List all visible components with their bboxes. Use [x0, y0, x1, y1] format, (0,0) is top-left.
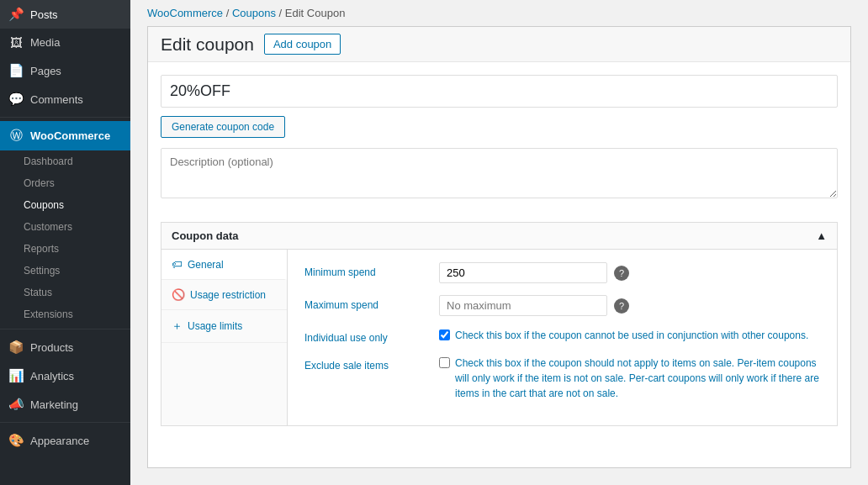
coupon-data-title: Coupon data [172, 229, 238, 242]
collapse-icon: ▲ [816, 229, 827, 242]
minimum-spend-label: Minimum spend [304, 262, 439, 278]
sidebar-item-label: Marketing [30, 398, 78, 411]
sidebar-item-analytics[interactable]: 📊 Analytics [0, 361, 130, 390]
sidebar-sub-label: Extensions [24, 308, 73, 320]
coupon-content: Minimum spend ? Maximum spend ? [288, 250, 837, 425]
breadcrumb-woocommerce[interactable]: WooCommerce [147, 7, 223, 19]
media-icon: 🖼 [8, 35, 24, 50]
tab-usage-restriction-label: Usage restriction [190, 289, 266, 301]
marketing-icon: 📣 [8, 397, 24, 412]
sidebar-item-label: Products [30, 341, 73, 354]
maximum-spend-value: ? [439, 295, 820, 316]
sidebar-sub-coupons[interactable]: Coupons [0, 194, 130, 216]
main-content: WooCommerce / Coupons / Edit Coupon Edit… [130, 0, 868, 485]
pages-icon: 📄 [8, 63, 24, 78]
tab-usage-limits[interactable]: ＋ Usage limits [161, 310, 287, 343]
sidebar-sub-extensions[interactable]: Extensions [0, 303, 130, 325]
sidebar-sub-reports[interactable]: Reports [0, 238, 130, 260]
content-area: Edit coupon Add coupon Generate coupon c… [147, 26, 851, 468]
maximum-spend-row: Maximum spend ? [304, 295, 820, 316]
individual-use-description: Check this box if the coupon cannot be u… [455, 328, 808, 343]
exclude-sale-description: Check this box if the coupon should not … [455, 356, 820, 401]
exclude-sale-checkbox-row: Check this box if the coupon should not … [439, 356, 820, 401]
coupon-code-input[interactable] [161, 75, 838, 108]
sidebar-sub-label: Status [24, 287, 52, 298]
sidebar-item-woocommerce[interactable]: Ⓦ WooCommerce [0, 121, 130, 150]
minimum-spend-value: ? [439, 262, 820, 283]
sidebar-item-label: Media [30, 36, 60, 49]
sidebar-item-comments[interactable]: 💬 Comments [0, 85, 130, 113]
page-title: Edit coupon [161, 34, 254, 55]
tab-usage-restriction[interactable]: 🚫 Usage restriction [161, 280, 287, 310]
comments-icon: 💬 [8, 92, 24, 107]
sidebar-item-marketing[interactable]: 📣 Marketing [0, 390, 130, 419]
woocommerce-icon: Ⓦ [8, 128, 24, 144]
tag-icon: 🏷 [172, 258, 183, 271]
exclude-sale-checkbox[interactable] [439, 357, 450, 368]
sidebar-item-pages[interactable]: 📄 Pages [0, 56, 130, 85]
sidebar-sub-settings[interactable]: Settings [0, 260, 130, 282]
sidebar-item-label: Analytics [30, 370, 74, 382]
coupon-data-panel: Coupon data ▲ 🏷 General 🚫 Usage restrict… [161, 222, 838, 426]
sidebar-sub-status[interactable]: Status [0, 282, 130, 303]
sidebar-sub-label: Coupons [24, 199, 64, 211]
sidebar-item-appearance[interactable]: 🎨 Appearance [0, 426, 130, 455]
breadcrumb-current: Edit Coupon [285, 7, 346, 19]
exclude-sale-value: Check this box if the coupon should not … [439, 356, 820, 401]
individual-use-label: Individual use only [304, 328, 439, 344]
maximum-spend-help-icon[interactable]: ? [614, 298, 629, 314]
sidebar-sub-orders[interactable]: Orders [0, 172, 130, 194]
sidebar-sub-label: Dashboard [24, 156, 73, 167]
sidebar-sub-label: Customers [24, 221, 72, 233]
sidebar-item-label: Pages [30, 65, 61, 77]
appearance-icon: 🎨 [8, 433, 24, 448]
tab-general[interactable]: 🏷 General [161, 250, 287, 280]
sidebar-sub-customers[interactable]: Customers [0, 216, 130, 238]
products-icon: 📦 [8, 340, 24, 355]
individual-use-checkbox-row: Check this box if the coupon cannot be u… [439, 328, 808, 343]
sidebar-item-label: Appearance [30, 435, 89, 447]
sidebar-item-media[interactable]: 🖼 Media [0, 29, 130, 56]
maximum-spend-input[interactable] [439, 295, 607, 316]
limits-icon: ＋ [172, 319, 183, 334]
coupon-data-header[interactable]: Coupon data ▲ [161, 223, 837, 250]
individual-use-row: Individual use only Check this box if th… [304, 328, 820, 344]
restriction-icon: 🚫 [172, 288, 185, 301]
minimum-spend-row: Minimum spend ? [304, 262, 820, 283]
minimum-spend-help-icon[interactable]: ? [614, 266, 629, 281]
individual-use-value: Check this box if the coupon cannot be u… [439, 328, 820, 343]
description-textarea[interactable] [161, 148, 838, 198]
tab-usage-limits-label: Usage limits [188, 320, 242, 332]
coupon-tabs: 🏷 General 🚫 Usage restriction ＋ Usage li… [161, 250, 288, 425]
breadcrumb-separator: / [226, 7, 232, 19]
sidebar-sub-label: Reports [24, 243, 59, 255]
breadcrumb-coupons[interactable]: Coupons [232, 7, 276, 19]
sidebar-item-label: Comments [30, 93, 83, 106]
sidebar-item-products[interactable]: 📦 Products [0, 333, 130, 361]
sidebar: 📌 Posts 🖼 Media 📄 Pages 💬 Comments Ⓦ Woo… [0, 0, 130, 485]
generate-coupon-button[interactable]: Generate coupon code [161, 116, 285, 138]
sidebar-item-posts[interactable]: 📌 Posts [0, 0, 130, 29]
sidebar-item-label: Posts [30, 8, 58, 21]
sidebar-sub-label: Settings [24, 265, 60, 277]
breadcrumb-separator2: / [279, 7, 285, 19]
analytics-icon: 📊 [8, 368, 24, 383]
sidebar-sub-label: Orders [24, 177, 55, 189]
minimum-spend-input[interactable] [439, 262, 607, 283]
coupon-data-body: 🏷 General 🚫 Usage restriction ＋ Usage li… [161, 250, 837, 425]
maximum-spend-label: Maximum spend [304, 295, 439, 311]
exclude-sale-label: Exclude sale items [304, 356, 439, 372]
breadcrumb: WooCommerce / Coupons / Edit Coupon [130, 0, 868, 26]
individual-use-checkbox[interactable] [439, 329, 450, 340]
exclude-sale-row: Exclude sale items Check this box if the… [304, 356, 820, 401]
form-area: Generate coupon code [148, 62, 850, 214]
sidebar-sub-dashboard[interactable]: Dashboard [0, 150, 130, 172]
add-coupon-button[interactable]: Add coupon [264, 34, 341, 55]
sidebar-item-label: WooCommerce [30, 129, 110, 142]
posts-icon: 📌 [8, 7, 24, 22]
tab-general-label: General [188, 259, 224, 271]
page-title-bar: Edit coupon Add coupon [148, 27, 850, 62]
